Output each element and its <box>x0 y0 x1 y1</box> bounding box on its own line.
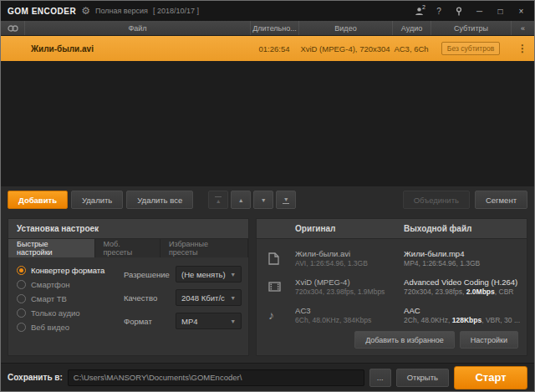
row-duration: 01:26:54 <box>250 44 298 53</box>
gom-encoder-window: GOM ENCODER ⚙ Полная версия [ 2018/10/17… <box>0 0 535 392</box>
browse-button[interactable]: ... <box>369 369 391 387</box>
compare-buttons: Добавить в избранное Настройки <box>268 329 520 350</box>
output-video-codec: Advanced Video Coding (H.264) <box>404 277 520 288</box>
merge-button[interactable]: Объединить <box>403 191 470 209</box>
bottom-bar-icon <box>283 203 289 204</box>
app-logo: GOM ENCODER <box>8 7 76 16</box>
output-path-input[interactable] <box>68 369 364 386</box>
original-file-col: Жили-были.avi AVI, 1:26:54.96, 1.3GB <box>295 249 404 268</box>
column-header-audio[interactable]: Аудио <box>392 21 431 35</box>
settings-tabs: Быстрые настройки Моб. пресеты Избранные… <box>8 239 248 257</box>
info-em: 2.0Mbps <box>466 288 495 296</box>
tab-favorite-presets[interactable]: Избранные пресеты <box>160 239 248 257</box>
chevron-down-icon: ▼ <box>230 318 236 324</box>
column-header-file[interactable]: Файл <box>24 21 250 35</box>
original-audio-info: 6Ch, 48.0KHz, 384Kbps <box>295 316 404 325</box>
quality-select[interactable]: 2048 Кбит/с▼ <box>176 289 242 306</box>
format-select[interactable]: MP4▼ <box>176 313 242 329</box>
segment-button[interactable]: Сегмент <box>475 191 527 209</box>
arrow-down-icon: ▼ <box>283 196 289 202</box>
original-video-info: 720x304, 23.98fps, 1.9Mbps <box>295 288 404 297</box>
format-label: Формат <box>124 317 176 326</box>
field-format: Формат MP4▼ <box>124 313 242 329</box>
settings-panel: Установка настроек Быстрые настройки Моб… <box>8 218 249 356</box>
close-button[interactable]: × <box>513 3 529 18</box>
field-resolution: Разрешение (Не менять)▼ <box>124 266 242 283</box>
column-header-duration[interactable]: Длительно... <box>250 21 298 35</box>
open-button[interactable]: Открыть <box>396 369 449 387</box>
pin-glyph-icon <box>455 7 463 16</box>
file-row-selected[interactable]: Жили-были.avi 01:26:54 XviD (MPEG-4), 72… <box>1 36 534 61</box>
titlebar: GOM ENCODER ⚙ Полная версия [ 2018/10/17… <box>1 1 534 21</box>
info-pre: MP4, 1:26:54.96, 1.3GB <box>404 259 480 267</box>
info-pre: 2Ch, 48.0KHz, <box>404 316 452 324</box>
mode-web-video[interactable]: Веб видео <box>17 323 124 332</box>
info-pre: 720x304, 23.98fps, <box>404 288 466 296</box>
field-list: Разрешение (Не менять)▼ Качество 2048 Кб… <box>124 266 242 350</box>
info-post: , CBR <box>495 288 514 296</box>
quality-label: Качество <box>124 293 176 303</box>
account-icon[interactable]: 2 <box>411 3 426 18</box>
move-bottom-button[interactable]: ▼ <box>276 191 296 209</box>
row-menu-icon[interactable]: ⋮ <box>517 43 527 54</box>
format-value: MP4 <box>181 317 198 326</box>
info-post: , VBR, 30 ... <box>482 316 520 324</box>
row-subtitles-cell: Без субтитров <box>431 42 511 55</box>
output-file-col: Жили-были.mp4 MP4, 1:26:54.96, 1.3GB <box>404 249 520 268</box>
output-audio-info: 2Ch, 48.0KHz, 128Kbps, VBR, 30 ... <box>404 316 520 325</box>
mode-label: Только аудио <box>31 308 80 318</box>
mode-label: Смартфон <box>31 280 69 289</box>
bottom-bar: Сохранить в: ... Открыть Старт <box>1 363 534 391</box>
resolution-value: (Не менять) <box>181 270 226 279</box>
radio-icon <box>17 280 26 289</box>
move-top-button[interactable]: ▲ <box>208 191 228 209</box>
list-toolbar: Добавить Удалить Удалить все ▲ ▲ ▼ ▼ Объ… <box>1 186 534 213</box>
row-video-info: XviD (MPEG-4), 720x304 <box>298 44 392 53</box>
minimize-button[interactable]: ─ <box>471 3 487 18</box>
chevron-down-icon: ▼ <box>230 272 236 277</box>
compare-body: Жили-были.avi AVI, 1:26:54.96, 1.3GB Жил… <box>257 239 527 355</box>
start-button[interactable]: Старт <box>454 366 527 389</box>
gear-icon[interactable]: ⚙ <box>81 6 90 16</box>
mode-audio-only[interactable]: Только аудио <box>17 308 124 318</box>
save-to-label: Сохранить в: <box>8 373 63 382</box>
add-button[interactable]: Добавить <box>8 191 68 209</box>
help-icon[interactable]: ? <box>431 3 446 18</box>
link-column-header[interactable] <box>1 21 24 35</box>
radio-selected-icon <box>17 266 26 275</box>
output-audio-codec: AAC <box>404 306 520 316</box>
output-title: Выходной файл <box>404 224 527 233</box>
lower-panels: Установка настроек Быстрые настройки Моб… <box>1 213 534 363</box>
mode-smart-tv[interactable]: Смарт ТВ <box>17 294 124 303</box>
build-date: [ 2018/10/17 ] <box>153 7 199 15</box>
file-list-empty-area[interactable] <box>1 61 534 186</box>
maximize-button[interactable]: □ <box>492 3 508 18</box>
mode-format-converter[interactable]: Конвертер формата <box>17 266 124 275</box>
output-file-info: MP4, 1:26:54.96, 1.3GB <box>404 259 520 268</box>
compare-header: Оригинал Выходной файл <box>257 219 527 239</box>
pin-icon[interactable] <box>451 3 466 18</box>
column-header-subtitles[interactable]: Субтитры <box>431 21 511 35</box>
tab-quick-settings[interactable]: Быстрые настройки <box>8 239 95 257</box>
settings-button[interactable]: Настройки <box>460 331 518 349</box>
remove-all-button[interactable]: Удалить все <box>126 191 193 209</box>
top-bar-icon <box>215 196 222 197</box>
arrow-up-icon: ▲ <box>238 197 244 203</box>
move-up-button[interactable]: ▲ <box>231 191 251 209</box>
compare-row-video: XviD (MPEG-4) 720x304, 23.98fps, 1.9Mbps… <box>268 272 520 301</box>
remove-button[interactable]: Удалить <box>71 191 123 209</box>
move-down-button[interactable]: ▼ <box>253 191 273 209</box>
mode-smartphone[interactable]: Смартфон <box>17 280 124 289</box>
add-to-favorites-button[interactable]: Добавить в избранное <box>354 331 455 349</box>
arrow-down-icon: ▼ <box>261 197 267 203</box>
mode-label: Веб видео <box>31 323 69 332</box>
column-header-video[interactable]: Видео <box>298 21 392 35</box>
column-header-collapse[interactable]: « <box>511 21 534 35</box>
original-file-info: AVI, 1:26:54.96, 1.3GB <box>295 259 404 268</box>
file-table-header: Файл Длительно... Видео Аудио Субтитры « <box>1 21 534 36</box>
tab-mobile-presets[interactable]: Моб. пресеты <box>95 239 160 257</box>
subtitles-button[interactable]: Без субтитров <box>441 42 500 55</box>
file-icon <box>268 252 295 265</box>
resolution-select[interactable]: (Не менять)▼ <box>176 266 242 283</box>
compare-row-file: Жили-были.avi AVI, 1:26:54.96, 1.3GB Жил… <box>268 244 520 272</box>
